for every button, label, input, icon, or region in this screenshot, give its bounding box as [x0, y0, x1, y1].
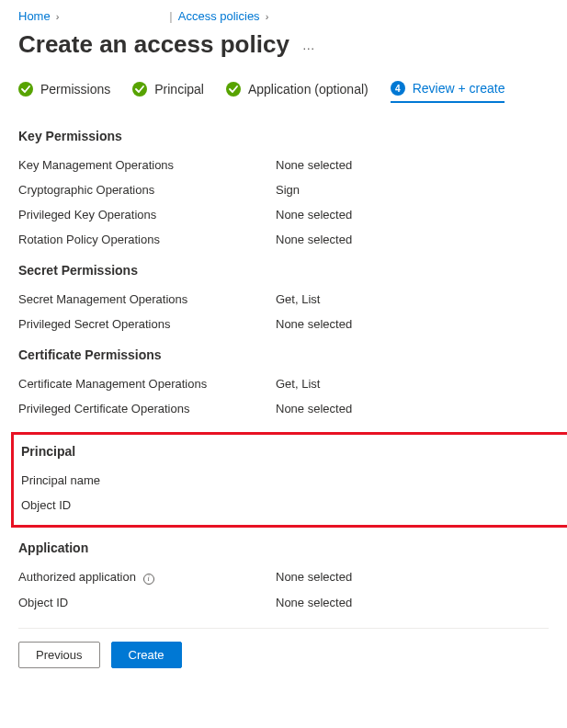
tab-label: Review + create: [413, 81, 505, 96]
table-row: Authorized application i None selected: [18, 570, 549, 585]
tab-label: Principal: [154, 82, 204, 97]
tab-review-create[interactable]: 4 Review + create: [391, 81, 505, 103]
footer-buttons: Previous Create: [18, 628, 549, 668]
breadcrumb-divider: |: [169, 9, 172, 23]
tab-permissions[interactable]: Permissions: [18, 81, 110, 103]
row-value: None selected: [276, 208, 352, 222]
section-header: Key Permissions: [18, 129, 549, 143]
section-header: Application: [18, 540, 549, 555]
row-label: Rotation Policy Operations: [18, 233, 276, 246]
previous-button[interactable]: Previous: [18, 642, 100, 668]
row-label: Certificate Management Operations: [18, 377, 276, 391]
row-value: None selected: [276, 596, 352, 609]
table-row: Key Management Operations None selected: [18, 158, 549, 172]
row-value: None selected: [276, 233, 352, 246]
table-row: Principal name: [21, 473, 566, 487]
tab-label: Permissions: [40, 82, 110, 97]
info-icon[interactable]: i: [143, 574, 154, 585]
row-label-text: Authorized application: [18, 570, 136, 584]
page-title-row: Create an access policy …: [18, 30, 549, 59]
more-actions-button[interactable]: …: [302, 38, 316, 52]
table-row: Secret Management Operations Get, List: [18, 292, 549, 306]
row-value: Get, List: [276, 377, 320, 391]
table-row: Certificate Management Operations Get, L…: [18, 377, 549, 391]
wizard-tabs: Permissions Principal Application (optio…: [18, 81, 549, 103]
create-button[interactable]: Create: [111, 642, 182, 668]
step-number-icon: 4: [391, 81, 405, 96]
row-label: Key Management Operations: [18, 158, 276, 172]
table-row: Privileged Certificate Operations None s…: [18, 402, 549, 415]
chevron-right-icon: ›: [266, 11, 269, 22]
breadcrumb: Home › | Access policies ›: [18, 9, 549, 23]
section-header: Secret Permissions: [18, 263, 549, 278]
section-header: Certificate Permissions: [18, 347, 549, 362]
row-label: Object ID: [21, 498, 278, 512]
check-icon: [226, 82, 241, 97]
row-value: None selected: [276, 570, 352, 585]
table-row: Cryptographic Operations Sign: [18, 183, 549, 197]
tab-application[interactable]: Application (optional): [226, 81, 369, 103]
check-icon: [132, 82, 147, 97]
table-row: Rotation Policy Operations None selected: [18, 233, 549, 246]
row-label: Privileged Certificate Operations: [18, 402, 276, 415]
row-label: Privileged Secret Operations: [18, 317, 276, 331]
row-value: None selected: [276, 158, 352, 172]
table-row: Privileged Secret Operations None select…: [18, 317, 549, 331]
table-row: Privileged Key Operations None selected: [18, 208, 549, 222]
chevron-right-icon: ›: [56, 11, 60, 22]
section-principal: Principal Principal name Object ID: [21, 444, 566, 512]
table-row: Object ID: [21, 498, 566, 512]
table-row: Object ID None selected: [18, 596, 549, 609]
row-value: Sign: [276, 183, 300, 197]
section-header: Principal: [21, 444, 566, 459]
row-value: None selected: [276, 402, 352, 415]
tab-principal[interactable]: Principal: [132, 81, 204, 103]
section-certificate-permissions: Certificate Permissions Certificate Mana…: [18, 347, 549, 415]
row-label: Privileged Key Operations: [18, 208, 276, 222]
row-value: Get, List: [276, 292, 320, 306]
row-label: Authorized application i: [18, 570, 276, 585]
row-label: Secret Management Operations: [18, 292, 276, 306]
row-label: Cryptographic Operations: [18, 183, 276, 197]
row-value: None selected: [276, 317, 352, 331]
section-secret-permissions: Secret Permissions Secret Management Ope…: [18, 263, 549, 331]
tab-label: Application (optional): [248, 82, 369, 97]
section-key-permissions: Key Permissions Key Management Operation…: [18, 129, 549, 246]
highlight-principal: Principal Principal name Object ID: [11, 432, 567, 528]
section-application: Application Authorized application i Non…: [18, 540, 549, 609]
row-label: Object ID: [18, 596, 276, 609]
page-title: Create an access policy: [18, 30, 289, 59]
breadcrumb-home[interactable]: Home: [18, 9, 51, 23]
row-label: Principal name: [21, 473, 278, 487]
check-icon: [18, 82, 33, 97]
breadcrumb-access-policies[interactable]: Access policies: [178, 9, 260, 23]
